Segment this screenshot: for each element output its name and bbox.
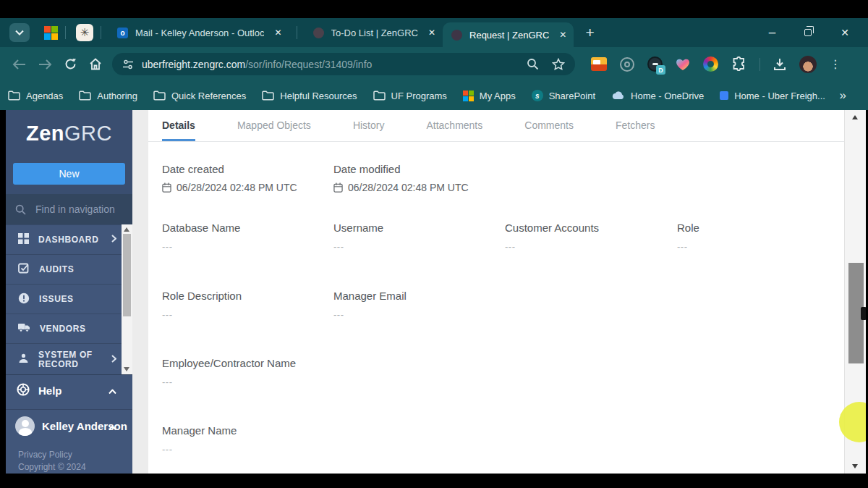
field-customer-accounts: Customer Accounts --- (505, 222, 599, 252)
screen: ✳ o Mail - Kelley Anderson - Outloc ✕ To… (0, 0, 868, 488)
sidebar-item-dashboard[interactable]: DASHBOARD (6, 224, 132, 254)
field-label: Username (333, 222, 383, 234)
bookmark-label: My Apps (480, 91, 516, 101)
sidebar-footer: Privacy Policy Copyright © 2024 (18, 449, 86, 474)
bookmark-label: Quick References (171, 91, 246, 101)
dashboard-icon (18, 233, 29, 246)
sidebar-item-audits[interactable]: AUDITS (6, 254, 132, 284)
field-value: --- (505, 241, 599, 252)
tab-close-icon[interactable]: ✕ (559, 30, 566, 40)
window-restore-button[interactable] (804, 29, 812, 36)
field-value: 06/28/2024 02:48 PM UTC (176, 182, 297, 193)
zoom-icon[interactable] (527, 58, 539, 70)
zengrc-favicon (451, 30, 462, 41)
sidebar-item-vendors[interactable]: VENDORS (6, 314, 132, 343)
chevron-up-icon (109, 384, 116, 397)
tab-attachments[interactable]: Attachments (426, 119, 482, 141)
bookmark-uber-freight[interactable]: Home - Uber Freigh... (712, 91, 833, 101)
scroll-up-arrow[interactable] (852, 115, 858, 119)
scroll-up-arrow[interactable] (124, 227, 129, 232)
tab-history[interactable]: History (353, 119, 385, 141)
field-value: --- (162, 309, 242, 320)
new-tab-button[interactable]: + (585, 24, 594, 41)
browser-menu-button[interactable]: ⋮ (830, 57, 841, 71)
tab-search-button[interactable] (9, 23, 30, 42)
sidebar-scrollbar[interactable] (122, 224, 132, 374)
browser-tab-request-active[interactable]: Request | ZenGRC ✕ (443, 22, 574, 47)
bookmark-folder-uf-programs[interactable]: UF Programs (365, 91, 455, 101)
tab-close-icon[interactable]: ✕ (428, 28, 435, 38)
bookmark-label: Helpful Resources (280, 91, 357, 101)
sidebar-item-issues[interactable]: ISSUES (6, 284, 132, 314)
field-value: --- (333, 309, 407, 320)
downloads-button[interactable] (773, 58, 786, 71)
scrollbar-thumb[interactable] (123, 234, 131, 316)
divider (101, 26, 101, 39)
scroll-down-arrow[interactable] (124, 367, 129, 371)
request-detail-panel: Details Mapped Objects History Attachmen… (148, 110, 848, 474)
bookmark-star-icon[interactable] (552, 58, 565, 70)
find-in-navigation[interactable] (6, 194, 132, 224)
folder-icon (373, 91, 386, 101)
chevron-up-icon (109, 420, 116, 432)
bookmarks-overflow-button[interactable]: » (840, 88, 868, 103)
bookmark-label: Authoring (97, 91, 137, 101)
new-button-area: New (6, 156, 132, 194)
profile-avatar[interactable] (799, 56, 817, 73)
url-domain: uberfreight.zengrc.com (142, 59, 245, 70)
tab-mapped-objects[interactable]: Mapped Objects (237, 119, 311, 141)
logo-bold: Zen (26, 122, 64, 146)
window-minimize-button[interactable]: – (769, 25, 775, 40)
microsoft-logo-icon (463, 91, 474, 101)
microsoft-logo-icon[interactable] (44, 26, 58, 40)
field-manager-email: Manager Email --- (333, 290, 407, 320)
extensions-puzzle-icon[interactable] (731, 56, 746, 72)
refresh-button[interactable] (64, 58, 77, 70)
new-button[interactable]: New (13, 163, 125, 185)
find-in-navigation-input[interactable] (34, 203, 121, 216)
tab-details[interactable]: Details (162, 119, 195, 141)
bookmark-folder-helpful-resources[interactable]: Helpful Resources (254, 91, 365, 101)
user-avatar (15, 416, 35, 436)
tab-fetchers[interactable]: Fetchers (616, 119, 655, 141)
zengrc-logo: ZenGRC (6, 110, 132, 156)
tab-close-icon[interactable]: ✕ (274, 28, 281, 38)
bookmark-label: Home - OneDrive (631, 91, 704, 101)
help-label: Help (38, 384, 62, 397)
sidebar-item-label: SYSTEM OF RECORD (38, 350, 106, 369)
browser-tab-todo[interactable]: To-Do List | ZenGRC ✕ (305, 18, 443, 47)
address-bar[interactable]: uberfreight.zengrc.com/sor/info/Request/… (112, 53, 575, 75)
page-content: ZenGRC New DASHBOARD (0, 110, 868, 474)
sidebar-item-label: DASHBOARD (38, 235, 106, 245)
chevron-down-icon (15, 30, 24, 35)
sidebar-item-label: ISSUES (39, 295, 107, 304)
bookmark-my-apps[interactable]: My Apps (455, 91, 524, 101)
left-letterbox (0, 110, 6, 474)
browser-tab-mail[interactable]: o Mail - Kelley Anderson - Outloc ✕ (109, 18, 289, 47)
back-button[interactable] (12, 59, 26, 70)
tab-comments[interactable]: Comments (524, 119, 574, 141)
privacy-policy-link[interactable]: Privacy Policy (18, 449, 86, 461)
sidebar-help[interactable]: Help (6, 374, 132, 405)
forward-button[interactable] (38, 59, 52, 70)
sidebar-item-system-of-record[interactable]: SYSTEM OF RECORD (6, 343, 132, 376)
bookmark-onedrive[interactable]: Home - OneDrive (603, 91, 712, 101)
site-settings-icon[interactable] (122, 59, 134, 70)
field-label: Manager Name (162, 424, 237, 437)
scroll-down-arrow[interactable] (852, 464, 858, 468)
bookmark-folder-agendas[interactable]: Agendas (0, 91, 71, 101)
bookmark-folder-authoring[interactable]: Authoring (71, 91, 145, 101)
duo-extension-icon[interactable]: D (647, 56, 663, 72)
window-close-button[interactable]: ✕ (841, 27, 849, 38)
bookmark-sharepoint[interactable]: s SharePoint (524, 90, 603, 101)
heart-extension-icon[interactable] (676, 58, 690, 71)
sidebar-user-menu[interactable]: Kelley Anderson (6, 409, 132, 442)
field-label: Role (677, 222, 699, 234)
home-button[interactable] (89, 58, 102, 70)
bookmark-folder-quick-references[interactable]: Quick References (145, 91, 254, 101)
truck-extension-icon[interactable] (591, 57, 607, 71)
color-wheel-extension-icon[interactable] (703, 56, 718, 72)
fingerprint-extension-icon[interactable] (620, 57, 634, 72)
chevron-right-icon (111, 355, 116, 365)
extension-pinned-icon[interactable]: ✳ (76, 24, 93, 41)
